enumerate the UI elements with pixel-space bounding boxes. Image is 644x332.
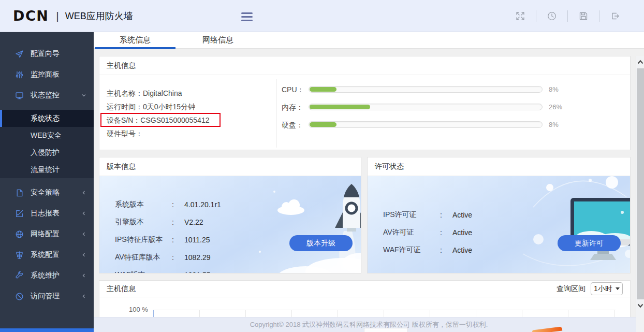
cpu-meter-row: CPU： 8% [282, 86, 572, 93]
version-row: 引擎版本:V2.22 [115, 213, 221, 231]
host-info-panel: 主机信息 主机名称：DigitalChina 运行时间：0天0小时15分钟 设备… [99, 56, 631, 150]
version-upgrade-button[interactable]: 版本升级 [289, 235, 353, 251]
serial-highlight-box [100, 113, 221, 127]
row-label: AV特征库版本 [115, 253, 172, 262]
tab-label: 网络信息 [202, 35, 233, 45]
sidebar-item-access-management[interactable]: 访问管理 [0, 286, 94, 307]
app-title: WEB应用防火墙 [65, 10, 133, 22]
license-rows: IPS许可证:Active AV许可证:Active WAF许可证:Active [383, 206, 472, 259]
sidebar-menu: 配置向导 监控面板 状态监控 系统状态 WEB安全 入侵防护 流量统计 [0, 32, 94, 307]
sidebar-subitem-web-security[interactable]: WEB安全 [0, 127, 94, 144]
row-value: 4.01.20.1r1 [184, 200, 221, 209]
vertical-divider [276, 79, 276, 148]
memory-usage-fill [310, 105, 370, 109]
resource-meters: CPU： 8% 内存： 26% 硬盘： 8% [282, 86, 572, 139]
cpu-usage-fill [310, 87, 336, 92]
chevron-left-icon [81, 252, 87, 258]
row-value: Active [452, 228, 472, 237]
memory-meter-row: 内存： 26% [282, 104, 572, 110]
sidebar-item-status-monitor[interactable]: 状态监控 [0, 85, 94, 106]
update-license-button[interactable]: 更新许可 [558, 235, 621, 251]
row-value: 1011.25 [184, 236, 210, 244]
sidebar-item-label: 网络配置 [31, 229, 60, 239]
row-value: 1001.55 [184, 271, 211, 273]
scrollbar-thumb[interactable] [637, 68, 644, 299]
version-panel-body: 系统版本:4.01.20.1r1 引擎版本:V2.22 IPS特征库版本:101… [99, 176, 361, 273]
subitem-label: 入侵防护 [31, 148, 60, 156]
tab-network-info[interactable]: 网络信息 [177, 32, 259, 48]
row-label: WAF版本 [115, 270, 172, 273]
sidebar-subitem-traffic-stats[interactable]: 流量统计 [0, 161, 94, 178]
sidebar-subitem-intrusion-prevention[interactable]: 入侵防护 [0, 144, 94, 161]
sidebar-item-log-report[interactable]: 日志报表 [0, 203, 94, 224]
sidebar-bottom-accent [0, 328, 94, 332]
sidebar-item-label: 安全策略 [31, 188, 60, 197]
meter-label: CPU： [282, 86, 309, 93]
chart-panel-header: 主机信息 查询区间 1小时 [99, 281, 630, 297]
subitem-label: 系统状态 [31, 114, 60, 122]
tab-bar: 系统信息 网络信息 [94, 32, 644, 49]
header-divider [567, 10, 568, 22]
hamburger-menu-icon[interactable] [241, 12, 253, 23]
chevron-left-icon [81, 190, 87, 196]
sidebar-item-system-maintenance[interactable]: 系统维护 [0, 265, 94, 286]
cpu-usage-bar [309, 86, 543, 93]
sidebar-item-label: 系统配置 [31, 250, 60, 259]
range-label: 查询区间 [557, 284, 586, 294]
host-fields: 主机名称：DigitalChina 运行时间：0天0小时15分钟 设备S/N：C… [107, 86, 209, 140]
scrollbar[interactable] [636, 56, 644, 332]
sidebar-item-network-config[interactable]: 网络配置 [0, 224, 94, 244]
row-colon: : [440, 246, 452, 254]
scroll-up-button[interactable] [636, 57, 644, 67]
sidebar-subitem-system-status[interactable]: 系统状态 [0, 110, 94, 127]
sidebar-item-config-wizard[interactable]: 配置向导 [0, 44, 94, 64]
sidebar-item-system-config[interactable]: 系统配置 [0, 244, 94, 265]
document-icon [15, 189, 24, 197]
range-select[interactable]: 1小时 [591, 282, 623, 295]
license-row: WAF许可证:Active [383, 241, 472, 259]
sidebar: 配置向导 监控面板 状态监控 系统状态 WEB安全 入侵防护 流量统计 [0, 32, 94, 332]
range-select-value: 1小时 [594, 284, 612, 294]
clock-icon[interactable] [547, 11, 557, 21]
app-header: DCN | WEB应用防火墙 [0, 0, 644, 32]
memory-usage-bar [309, 104, 543, 110]
sidebar-item-label: 配置向导 [31, 49, 60, 59]
row-label: 引擎版本 [115, 218, 172, 227]
row-colon: : [172, 218, 184, 226]
scroll-down-button[interactable] [636, 300, 644, 311]
disk-meter-row: 硬盘： 8% [282, 121, 572, 128]
version-row: WAF版本:1001.55 [115, 266, 221, 273]
license-row: IPS许可证:Active [383, 206, 472, 224]
row-value: 1082.29 [184, 253, 211, 262]
wrench-icon [15, 271, 24, 280]
version-row: IPS特征库版本:1011.25 [115, 231, 221, 249]
license-panel-body: IPS许可证:Active AV许可证:Active WAF许可证:Active… [368, 176, 630, 273]
main-area: 系统信息 网络信息 主机信息 主机名称：DigitalChina 运行时间：0天… [94, 32, 644, 332]
tab-label: 系统信息 [120, 35, 151, 45]
sidebar-item-dashboard[interactable]: 监控面板 [0, 64, 94, 85]
tab-system-info[interactable]: 系统信息 [94, 32, 177, 48]
row-value: V2.22 [184, 218, 203, 226]
header-divider [536, 10, 536, 22]
field-label: 运行时间： [107, 103, 143, 111]
license-status-panel: 许可状态 IPS许可证:Act [367, 157, 631, 273]
sidebar-item-label: 监控面板 [31, 70, 60, 79]
disk-usage-fill [310, 122, 336, 127]
meter-percent: 8% [549, 85, 572, 93]
license-row: AV许可证:Active [383, 224, 472, 241]
sidebar-item-label: 系统维护 [31, 271, 60, 280]
field-label: 主机名称： [107, 89, 143, 97]
chevron-left-icon [81, 293, 87, 299]
sliders-icon [15, 70, 24, 79]
version-info-panel: 版本信息 系统版本:4.01.20.1r1 [99, 157, 361, 273]
sidebar-item-security-policy[interactable]: 安全策略 [0, 182, 94, 203]
save-icon[interactable] [578, 11, 589, 21]
hidden-element-peek [364, 328, 408, 332]
sidebar-item-label: 访问管理 [31, 292, 60, 301]
monitor-icon [15, 91, 24, 100]
block-icon [15, 292, 24, 301]
fullscreen-icon[interactable] [515, 11, 525, 21]
logout-icon[interactable] [610, 11, 620, 21]
active-tab-underline [95, 47, 175, 49]
edit-icon [15, 209, 24, 218]
